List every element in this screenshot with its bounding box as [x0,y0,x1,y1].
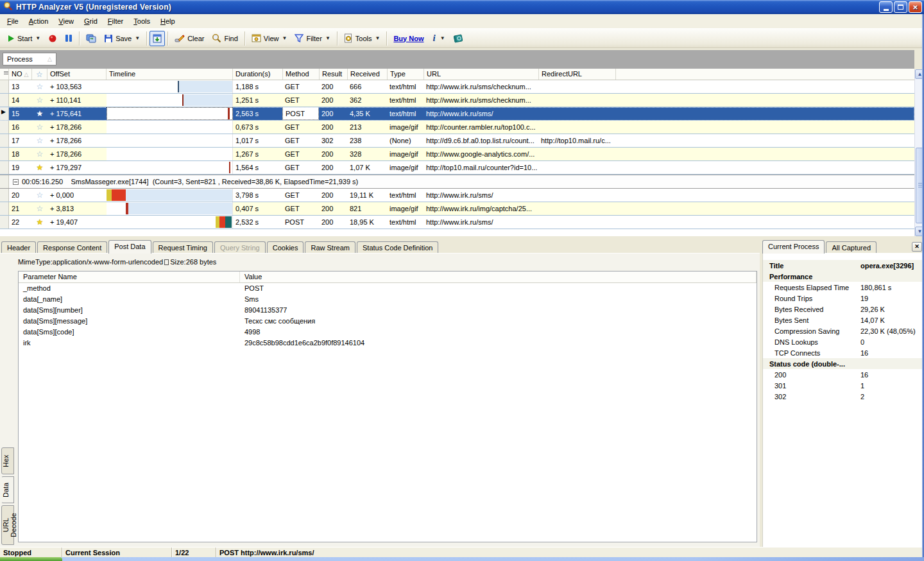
summary-button[interactable] [82,31,100,46]
table-row[interactable]: ▶15★+ 175,6412,563 sPOST2004,35 Ktext/ht… [0,107,914,121]
table-row[interactable]: 20☆+ 0,0003,798 sGET20019,11 Ktext/htmlh… [0,189,914,202]
star-cell[interactable]: ★ [32,107,47,120]
clear-button[interactable]: Clear [171,31,208,46]
stats-item-row[interactable]: Compression Saving22,30 K (48,05%) [763,325,923,336]
parameter-row[interactable]: data[Sms][code]4998 [19,327,757,338]
star-cell[interactable]: ★ [32,161,47,174]
process-panel-tab-bar: Current ProcessAll Captured [762,240,924,254]
column-header-value[interactable]: Value [240,272,757,282]
mime-info-line: MimeType:application/x-www-form-urlencod… [18,258,216,266]
table-row[interactable]: 16☆+ 178,2660,673 sGET200213image/gifhtt… [0,121,914,134]
side-tab-url-decode[interactable]: URL Decode [1,505,14,545]
star-cell[interactable]: ☆ [32,202,47,215]
column-header-url[interactable]: URL [424,69,539,80]
tab-header[interactable]: Header [1,241,36,254]
table-row[interactable]: 17☆+ 178,2661,017 sGET302238(None)http:/… [0,134,914,148]
table-row[interactable]: 21☆+ 3,8130,407 sGET200821image/gifhttp:… [0,202,914,216]
find-button[interactable]: Find [208,31,241,46]
star-cell[interactable]: ☆ [32,94,47,107]
parameter-row[interactable]: data[_name]Sms [19,294,757,305]
save-button[interactable]: Save ▼ [100,31,144,46]
tools-button[interactable]: Tools ▼ [340,31,384,46]
minimize-button[interactable] [879,1,893,13]
side-tab-data[interactable]: Data [1,476,14,503]
info-button[interactable]: i ▼ [427,31,449,46]
star-cell[interactable]: ☆ [32,121,47,134]
timeline-cell [107,80,233,93]
tab-all-captured[interactable]: All Captured [826,241,877,254]
timeline-cell [107,134,233,147]
menu-item-view[interactable]: View [53,15,79,28]
star-cell[interactable]: ☆ [32,134,47,147]
buy-now-link[interactable]: Buy Now [389,33,427,44]
star-cell[interactable]: ☆ [32,148,47,160]
parameter-row[interactable]: data[Sms][message]Тескс смс сообщения [19,316,757,327]
stats-item-row[interactable]: 3011 [763,380,923,391]
group-by-process-button[interactable]: Process △ [3,53,56,65]
menu-item-help[interactable]: Help [155,15,180,28]
stats-item-row[interactable]: TCP Connects16 [763,347,923,358]
side-tab-hex[interactable]: Hex [1,447,14,474]
stats-item-row[interactable]: 3022 [763,391,923,402]
column-header-type[interactable]: Type [388,69,424,80]
group-row[interactable]: 00:05:16.250 SmsMasseger.exe[1744] (Coun… [0,175,914,189]
pause-button[interactable] [61,31,76,46]
tab-query-string[interactable]: Query String [214,241,266,254]
column-header-star[interactable]: ☆ [32,69,47,80]
stats-value: 180,861 s [860,284,923,291]
view-window-icon [252,34,261,42]
tab-cookies[interactable]: Cookies [267,241,304,254]
panel-close-button[interactable]: ✕ [912,242,922,252]
column-header-method[interactable]: Method [283,69,320,80]
table-row[interactable]: 19★+ 179,2971,564 sGET2001,07 Kimage/gif… [0,161,914,175]
play-icon [7,35,15,42]
parameter-row[interactable]: data[Sms][number]89041135377 [19,305,757,316]
parameter-row[interactable]: irk29c8c58b98cdd1e6ca2b9f0f89146104 [19,338,757,349]
column-header-offset[interactable]: OffSet [47,69,107,80]
column-header-no[interactable]: NO △ [9,69,32,80]
column-header-result[interactable]: Result [320,69,348,80]
tab-raw-stream[interactable]: Raw Stream [305,241,355,254]
close-button[interactable]: ✕ [909,1,922,13]
table-row[interactable]: 22★+ 19,4072,532 sPOST20018,95 Ktext/htm… [0,216,914,229]
stats-item-row[interactable]: DNS Lookups0 [763,336,923,347]
star-cell[interactable]: ☆ [32,80,47,93]
menu-item-filter[interactable]: Filter [103,15,128,28]
menu-item-grid[interactable]: Grid [79,15,103,28]
tab-response-content[interactable]: Response Content [37,241,107,254]
stats-item-row[interactable]: Bytes Received29,26 K [763,304,923,315]
star-cell[interactable]: ★ [32,216,47,229]
column-header-received[interactable]: Received [348,69,388,80]
star-cell[interactable]: ☆ [32,189,47,202]
parameter-row[interactable]: _methodPOST [19,283,757,294]
column-header-redirecturl[interactable]: RedirectURL [539,69,616,80]
table-row[interactable]: 13☆+ 103,5631,188 sGET200666text/htmlhtt… [0,80,914,94]
stats-item-row[interactable]: Bytes Sent14,07 K [763,315,923,325]
autoscroll-toggle[interactable] [150,31,165,46]
restore-button[interactable] [894,1,907,13]
start-button[interactable]: Start ▼ [3,31,44,46]
stats-item-row[interactable]: Requests Elapsed Time180,861 s [763,282,923,293]
stats-item-row[interactable]: 20016 [763,369,923,380]
tab-request-timing[interactable]: Request Timing [153,241,213,254]
stats-item-row[interactable]: Round Trips19 [763,293,923,304]
tab-current-process[interactable]: Current Process [762,240,825,254]
stop-button[interactable] [44,31,61,46]
menu-item-action[interactable]: Action [24,15,54,28]
menu-item-tools[interactable]: Tools [128,15,155,28]
collapse-icon[interactable] [13,179,19,185]
stats-label: Bytes Received [763,306,860,313]
column-header-timeline[interactable]: Timeline [107,69,233,80]
table-row[interactable]: 18☆+ 178,2661,267 sGET200328image/gifhtt… [0,148,914,161]
stats-value: 14,07 K [860,316,923,324]
column-header-parameter-name[interactable]: Parameter Name [19,272,240,282]
table-row[interactable]: 14☆+ 110,1411,251 sGET200362text/htmlhtt… [0,94,914,107]
tab-status-code-definition[interactable]: Status Code Definition [357,241,438,254]
grid-rows: 13☆+ 103,5631,188 sGET200666text/htmlhtt… [0,80,914,229]
filter-button[interactable]: Filter ▼ [291,31,334,46]
column-header-duration[interactable]: Duration(s) [233,69,283,80]
help-book-button[interactable] [449,31,468,46]
menu-item-file[interactable]: File [2,15,24,28]
tab-post-data[interactable]: Post Data [108,240,151,254]
view-button[interactable]: View ▼ [248,31,291,46]
